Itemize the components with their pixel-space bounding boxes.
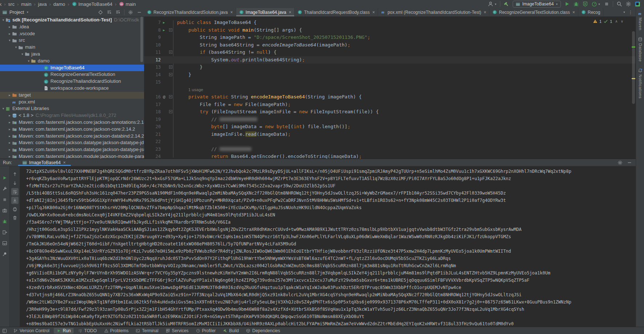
- close-icon[interactable]: ×: [63, 160, 66, 165]
- hide-run-panel-button[interactable]: [627, 160, 632, 165]
- profiler-button[interactable]: ▼: [591, 1, 600, 7]
- tab-list-chevron[interactable]: ▼: [623, 11, 625, 13]
- tree-row[interactable]: ▸.idea: [0, 24, 144, 30]
- tree-row[interactable]: ▾External Libraries: [0, 105, 144, 112]
- breadcrumb-item[interactable]: main: [21, 1, 31, 7]
- next-problem-button[interactable]: ∨: [621, 19, 623, 23]
- statusbar-item-terminal[interactable]: Terminal: [133, 328, 161, 334]
- tree-row[interactable]: ▾damo: [0, 58, 144, 65]
- run-gutter-icon[interactable]: ▶: [163, 27, 165, 34]
- close-icon[interactable]: ×: [573, 10, 575, 15]
- fold-marker-icon[interactable]: −: [169, 73, 172, 76]
- camera-button[interactable]: [1, 207, 8, 214]
- stop-button[interactable]: [604, 1, 610, 7]
- breadcrumb-item[interactable]: damo: [53, 1, 65, 7]
- editor-tab[interactable]: CRecognizeGeneralTextSolution.class×: [489, 8, 578, 16]
- user-menu-button[interactable]: ▼: [488, 1, 497, 7]
- settings-button[interactable]: [625, 1, 631, 7]
- tree-chevron-icon[interactable]: ▾: [26, 58, 31, 65]
- prev-problem-button[interactable]: ∧: [615, 19, 618, 23]
- tree-chevron-icon[interactable]: ▸: [8, 30, 12, 37]
- warning-count[interactable]: 1: [599, 19, 602, 24]
- build-project-button[interactable]: [504, 1, 509, 7]
- editor-scrollbar-thumb[interactable]: [632, 31, 635, 104]
- tree-chevron-icon[interactable]: ▸: [8, 146, 12, 153]
- fold-marker-icon[interactable]: −: [169, 65, 172, 69]
- statusbar-item-dependencies[interactable]: Dependencies: [243, 328, 283, 334]
- scrollend-button[interactable]: [11, 197, 19, 204]
- close-icon[interactable]: ×: [484, 10, 486, 15]
- debug-button[interactable]: [573, 1, 579, 7]
- panel-settings-button[interactable]: [128, 10, 133, 15]
- project-tree-scrollbar[interactable]: [140, 17, 143, 62]
- printer-button[interactable]: [11, 205, 19, 213]
- hide-panel-button[interactable]: [137, 10, 142, 15]
- play-button[interactable]: [1, 174, 8, 182]
- tree-row[interactable]: ▸.vscode: [0, 30, 144, 37]
- tree-row[interactable]: ▸target: [0, 92, 144, 99]
- statusbar-item-profiler[interactable]: Profiler: [193, 328, 219, 334]
- statusbar-item-services[interactable]: Services: [163, 328, 192, 334]
- tree-row[interactable]: ▾src: [0, 37, 144, 44]
- tree-row[interactable]: ▸Maven: com.fasterxml.jackson.core:jacks…: [0, 133, 144, 140]
- tree-row[interactable]: ▾sdk [RecognizeThailandIdcardSolution-Te…: [0, 17, 144, 24]
- tree-chevron-icon[interactable]: ▾: [1, 105, 5, 112]
- tree-chevron-icon[interactable]: ▾: [20, 51, 25, 58]
- code-editor[interactable]: 7▶public class ImageToBase64 {8▶− public…: [144, 17, 636, 159]
- editor-tab[interactable]: CRecognizeThailandIdcardSolution.java×: [144, 8, 236, 16]
- editor-tab[interactable]: mpox.xml (RecognizeThailandIdcardSolutio…: [378, 8, 489, 16]
- right-stripe-item-maven[interactable]: mMaven: [638, 8, 643, 34]
- tree-row[interactable]: ▸Maven: com.fasterxml.jackson.module:jac…: [0, 153, 144, 159]
- tree-row[interactable]: ▸Maven: com.fasterxml.jackson.datatype:j…: [0, 139, 144, 146]
- pin-button[interactable]: [1, 250, 8, 258]
- exitdoor-button[interactable]: [1, 229, 8, 236]
- ok-count[interactable]: 1: [610, 19, 612, 24]
- run-configuration-select[interactable]: ImageToBase64▼: [513, 1, 561, 8]
- run-settings-button[interactable]: [618, 160, 623, 165]
- tool-window-switcher-icon[interactable]: [0, 329, 9, 333]
- tree-chevron-icon[interactable]: ▸: [8, 133, 12, 140]
- tree-row[interactable]: ▾java: [0, 51, 144, 58]
- tree-row[interactable]: ▸Maven: com.fasterxml.jackson.core:jacks…: [0, 119, 144, 126]
- tree-chevron-icon[interactable]: ▾: [8, 37, 12, 44]
- expand-all-button[interactable]: [107, 10, 112, 15]
- tree-chevron-icon[interactable]: ▾: [14, 44, 18, 51]
- editor-tab[interactable]: CRecog: [578, 8, 604, 16]
- usage-inlay-hint[interactable]: 1 usage: [144, 86, 636, 94]
- breadcrumb-item[interactable]: java: [38, 1, 47, 7]
- locate-file-button[interactable]: [98, 10, 103, 15]
- fold-marker-icon[interactable]: −: [169, 50, 172, 54]
- tree-row[interactable]: CRecognizeGeneralTextSolution: [0, 71, 144, 78]
- tree-row[interactable]: ▸< 1.8 >C:\Program Files\Huawei\jdk1.8.0…: [0, 112, 144, 119]
- right-stripe-item-database[interactable]: Database: [638, 34, 643, 65]
- breadcrumb-item[interactable]: mmain: [119, 1, 136, 7]
- tab-options-kebab-icon[interactable]: ⋮: [628, 10, 633, 15]
- tree-row[interactable]: CRecognizeThailandIdcardSolution: [0, 78, 144, 85]
- up-button[interactable]: [11, 171, 19, 178]
- ide-features-button[interactable]: [635, 1, 640, 7]
- close-icon[interactable]: ×: [289, 10, 291, 15]
- tree-row[interactable]: CImageToBase64: [0, 65, 144, 72]
- tree-chevron-icon[interactable]: ▸: [8, 92, 12, 99]
- editor-tab[interactable]: CThailandIdcardRequestBody.class×: [295, 8, 378, 16]
- fold-marker-icon[interactable]: −: [169, 95, 172, 98]
- layout-button[interactable]: [1, 240, 8, 247]
- wrap-button[interactable]: [11, 188, 19, 195]
- statusbar-item-version-control[interactable]: Version Control: [11, 328, 52, 334]
- tree-chevron-icon[interactable]: ▸: [8, 119, 12, 126]
- statusbar-item-run[interactable]: Run: [54, 328, 74, 334]
- editor-tab[interactable]: CImageToBase64.java×: [236, 8, 295, 16]
- close-icon[interactable]: ×: [372, 10, 375, 15]
- tree-row[interactable]: workspace.code-workspace: [0, 85, 144, 92]
- tree-row[interactable]: ▸Maven: com.fasterxml.jackson.datatype:j…: [0, 146, 144, 153]
- tree-chevron-icon[interactable]: ▸: [8, 153, 12, 159]
- trash-button[interactable]: [11, 214, 19, 221]
- tree-row[interactable]: ▸Maven: com.fasterxml.jackson.core:jacks…: [0, 126, 144, 133]
- right-stripe-item-notifications[interactable]: Notifications: [638, 65, 643, 102]
- tree-row[interactable]: ▾main: [0, 44, 144, 51]
- statusbar-item-todo[interactable]: TODO: [75, 328, 99, 334]
- run-button[interactable]: [564, 1, 570, 7]
- breadcrumb-item[interactable]: CImageToBase64: [72, 1, 112, 7]
- bug-button[interactable]: [1, 218, 8, 225]
- run-gutter-icon[interactable]: ▶: [163, 19, 165, 27]
